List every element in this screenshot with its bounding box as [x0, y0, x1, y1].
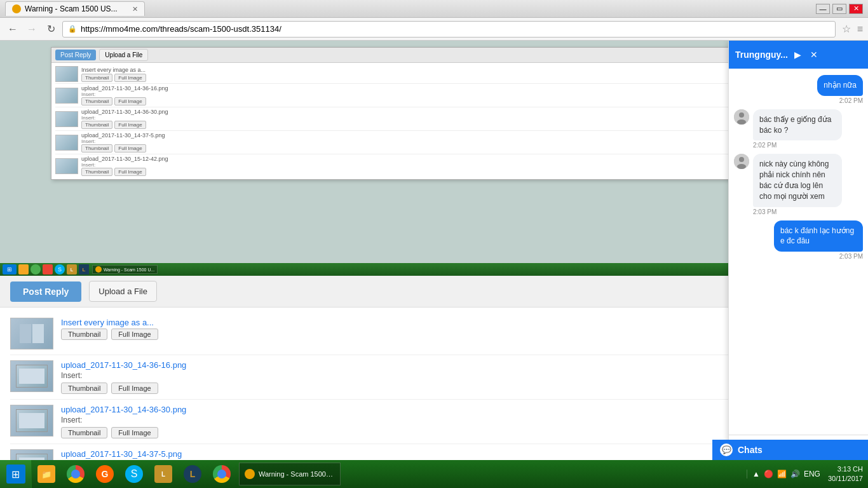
thumbnail-btn-1[interactable]: Thumbnail — [61, 383, 107, 394]
nested-fullimage-btn-1[interactable]: Full Image — [114, 97, 146, 105]
thumb-preview-2 — [11, 405, 53, 436]
taskbar-app-lol2[interactable]: L — [178, 460, 207, 488]
nested-thumbnail-btn-4[interactable]: Thumbnail — [81, 168, 112, 176]
tab-title: Warning - Scam 1500 US... — [25, 4, 118, 13]
taskbar-app-chrome[interactable] — [61, 460, 90, 488]
taskbar-app-garena[interactable]: G — [90, 460, 119, 488]
message-time-1: 2:02 PM — [753, 142, 842, 149]
chat-expand-button[interactable]: ▶ — [792, 48, 804, 61]
nested-fullimage-btn-0[interactable]: Full Image — [114, 74, 146, 82]
tray-arrow-icon[interactable]: ▲ — [752, 470, 760, 478]
lock-icon: 🔒 — [68, 25, 77, 33]
clock-time: 3:13 CH — [828, 464, 863, 474]
main-content: Post Reply Upload a File Insert every im… — [0, 41, 868, 460]
nested-thumbnail-btn-2[interactable]: Thumbnail — [81, 121, 112, 129]
taskbar-app-skype[interactable]: S — [119, 460, 149, 488]
message-bubble-3: bác k đánh lạc hướng e đc đâu — [774, 220, 863, 252]
message-group-2: nick này cùng không phải nick chính nên … — [734, 154, 863, 215]
clock-date: 30/11/2017 — [828, 474, 863, 484]
post-reply-button[interactable]: Post Reply — [10, 281, 81, 302]
message-avatar-1 — [734, 109, 749, 125]
thumb-preview-3 — [11, 450, 53, 460]
fullimage-btn-1[interactable]: Full Image — [111, 383, 158, 394]
svg-point-4 — [739, 157, 744, 162]
skype-icon: S — [125, 465, 143, 483]
upload-file-button[interactable]: Upload a File — [89, 281, 157, 302]
taskbar-apps: 📁 G S L L Warning - Scam 1500 U... — [32, 460, 341, 488]
taskbar-right: ▲ 🔴 📶 🔊 ENG 3:13 CH 30/11/2017 — [747, 460, 868, 488]
nested-thumbnail-btn-1[interactable]: Thumbnail — [81, 97, 112, 105]
forward-button[interactable]: → — [24, 22, 39, 37]
chat-panel: Trungnguy... ▶ ✕ nhận nữa 2:02 PM bác th… — [728, 41, 868, 460]
chat-header: Trungnguy... ▶ ✕ — [729, 41, 868, 69]
tray-network-icon: 📶 — [777, 470, 787, 478]
message-group-0: nhận nữa 2:02 PM — [734, 75, 863, 104]
tray-volume-icon: 🔊 — [790, 470, 800, 478]
nested-post-reply-btn[interactable]: Post Reply — [55, 50, 96, 60]
svg-point-1 — [739, 112, 744, 118]
close-button[interactable]: ✕ — [849, 4, 863, 14]
nested-fullimage-btn-3[interactable]: Full Image — [114, 144, 146, 152]
active-window-favicon — [245, 469, 255, 479]
chrome-icon-1 — [67, 465, 85, 483]
minimize-button[interactable]: — — [816, 4, 830, 14]
taskbar-app-chrome2[interactable] — [207, 460, 236, 488]
active-window-title: Warning - Scam 1500 U... — [259, 470, 335, 478]
lol2-icon: L — [184, 465, 201, 483]
bookmark-icon[interactable]: ☆ — [842, 23, 851, 35]
thumb-preview-0 — [11, 318, 53, 349]
image-thumbnail-3 — [10, 449, 53, 460]
message-bubble-2: nick này cùng không phải nick chính nên … — [753, 154, 842, 207]
browser-tab[interactable]: Warning - Scam 1500 US... ✕ — [5, 1, 145, 16]
chat-header-name: Trungnguy... — [735, 50, 788, 60]
reload-button[interactable]: ↻ — [43, 22, 58, 37]
nested-upload-btn[interactable]: Upload a File — [99, 49, 148, 61]
menu-icon[interactable]: ≡ — [857, 24, 863, 35]
nested-fullimage-btn-2[interactable]: Full Image — [114, 121, 146, 129]
message-group-3: bác k đánh lạc hướng e đc đâu 2:03 PM — [734, 220, 863, 261]
chats-bar[interactable]: 💬 Chats — [712, 440, 868, 460]
system-tray: ▲ 🔴 📶 🔊 ENG — [747, 470, 825, 478]
taskbar-app-filemanager[interactable]: 📁 — [32, 460, 61, 488]
image-thumbnail-2 — [10, 405, 53, 437]
fullimage-btn-2[interactable]: Full Image — [111, 427, 158, 438]
message-bubble-1: bác thấy e giống đứa bác ko ? — [753, 109, 842, 141]
chat-close-button[interactable]: ✕ — [808, 48, 820, 61]
message-time-3: 2:03 PM — [839, 253, 863, 260]
address-bar[interactable]: 🔒 https://mmo4me.com/threads/scam-1500-u… — [62, 21, 836, 37]
active-window-tab[interactable]: Warning - Scam 1500 U... — [239, 463, 341, 485]
system-clock[interactable]: 3:13 CH 30/11/2017 — [828, 464, 863, 484]
nested-thumbnail-btn-0[interactable]: Thumbnail — [81, 74, 112, 82]
maximize-button[interactable]: ▭ — [832, 4, 846, 14]
fullimage-btn-0[interactable]: Full Image — [111, 329, 158, 340]
message-avatar-2 — [734, 154, 749, 169]
browser-navbar: ← → ↻ 🔒 https://mmo4me.com/threads/scam-… — [0, 18, 868, 41]
chats-bar-label: Chats — [738, 445, 763, 455]
message-time-0: 2:02 PM — [839, 97, 863, 104]
back-button[interactable]: ← — [5, 22, 20, 37]
window-controls: — ▭ ✕ — [816, 4, 863, 14]
image-thumbnail-0 — [10, 318, 53, 349]
chat-messages: nhận nữa 2:02 PM bác thấy e giống đứa bá… — [729, 69, 868, 435]
nested-fullimage-btn-4[interactable]: Full Image — [114, 168, 146, 176]
message-group-1: bác thấy e giống đứa bác ko ? 2:02 PM — [734, 109, 863, 149]
tab-close-button[interactable]: ✕ — [132, 5, 138, 13]
folder-icon: 📁 — [37, 465, 55, 483]
tray-red-icon: 🔴 — [764, 470, 773, 478]
message-bubble-0: nhận nữa — [817, 75, 863, 96]
windows-logo: ⊞ — [6, 464, 25, 484]
lol-icon: L — [154, 465, 172, 483]
start-button[interactable]: ⊞ — [0, 460, 32, 488]
thumb-preview-1 — [11, 361, 53, 391]
url-text: https://mmo4me.com/threads/scam-1500-usd… — [81, 24, 281, 34]
tray-lang: ENG — [804, 470, 820, 478]
svg-point-5 — [737, 164, 746, 169]
svg-point-2 — [737, 119, 746, 125]
thumbnail-btn-2[interactable]: Thumbnail — [61, 427, 107, 438]
nested-thumbnail-btn-3[interactable]: Thumbnail — [81, 144, 112, 152]
thumbnail-btn-0[interactable]: Thumbnail — [61, 329, 107, 340]
message-content-2: nick này cùng không phải nick chính nên … — [753, 154, 842, 215]
taskbar-app-lol[interactable]: L — [149, 460, 178, 488]
chrome-icon-2 — [213, 465, 231, 483]
message-time-2: 2:03 PM — [753, 208, 842, 215]
